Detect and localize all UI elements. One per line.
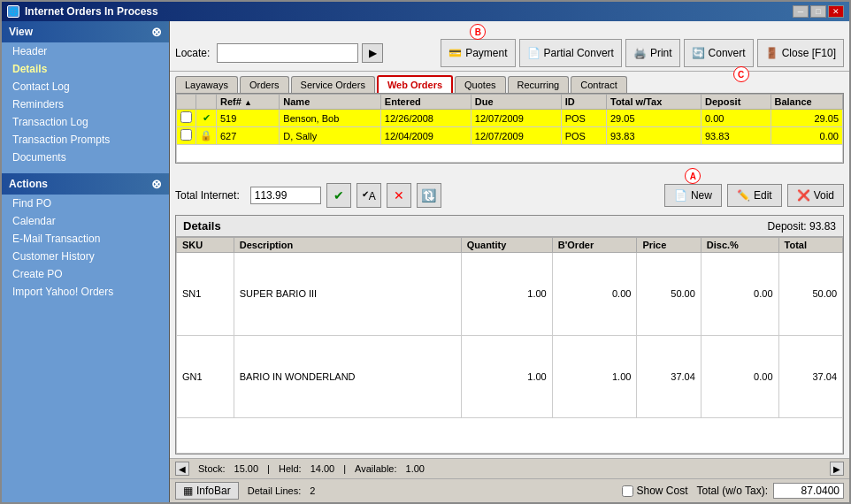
infobar-label: InfoBar bbox=[196, 485, 231, 497]
col-status bbox=[196, 95, 217, 110]
sidebar-item-import-yahoo[interactable]: Import Yahoo! Orders bbox=[2, 283, 169, 301]
partial-convert-label: Partial Convert bbox=[544, 47, 614, 59]
detail-description: SUPER BARIO III bbox=[234, 253, 461, 336]
row-checkbox[interactable] bbox=[177, 127, 196, 145]
col-ref: Ref# ▲ bbox=[217, 95, 280, 110]
orders-table-area: Ref# ▲ Name Entered Due ID Total w/Tax D… bbox=[175, 93, 844, 164]
sidebar-item-find-po[interactable]: Find PO bbox=[2, 195, 169, 212]
col-total: Total w/Tax bbox=[606, 95, 701, 110]
print-button[interactable]: 🖨️ Print bbox=[625, 39, 680, 67]
sidebar-item-calendar[interactable]: Calendar bbox=[2, 212, 169, 230]
sidebar-item-create-po[interactable]: Create PO bbox=[2, 265, 169, 283]
maximize-button[interactable]: □ bbox=[810, 5, 826, 18]
row-name: D, Sally bbox=[280, 127, 381, 145]
sidebar-item-transaction-prompts[interactable]: Transaction Prompts bbox=[2, 131, 169, 149]
tab-recurring[interactable]: Recurring bbox=[508, 76, 570, 93]
col-entered: Entered bbox=[380, 95, 471, 110]
main-window: 🌐 Internet Orders In Process ─ □ ✕ View … bbox=[0, 0, 851, 504]
table-row[interactable]: 🔒 627 D, Sally 12/04/2009 12/07/2009 POS… bbox=[177, 127, 843, 145]
detail-row[interactable]: SN1 SUPER BARIO III 1.00 0.00 50.00 0.00… bbox=[177, 253, 843, 336]
bottom-nav-bar: ◀ Stock: 15.00 | Held: 14.00 | Available… bbox=[170, 458, 849, 478]
actions-collapse-icon[interactable]: ⊗ bbox=[151, 177, 162, 191]
detail-total: 50.00 bbox=[778, 253, 842, 336]
details-header: Details Deposit: 93.83 bbox=[176, 216, 843, 237]
sidebar-item-contact-log[interactable]: Contact Log bbox=[2, 78, 169, 95]
tab-contract[interactable]: Contract bbox=[571, 76, 627, 93]
check-icon-btn[interactable]: ✔ bbox=[326, 183, 351, 208]
sidebar-item-customer-history[interactable]: Customer History bbox=[2, 248, 169, 265]
tab-layaways[interactable]: Layaways bbox=[175, 76, 238, 93]
col-disc: Disc.% bbox=[701, 238, 778, 253]
tab-orders[interactable]: Orders bbox=[240, 76, 289, 93]
partial-convert-button[interactable]: 📄 Partial Convert bbox=[519, 39, 622, 67]
infobar-icon: ▦ bbox=[183, 485, 193, 497]
available-separator: | bbox=[343, 463, 346, 474]
minimize-button[interactable]: ─ bbox=[793, 5, 809, 18]
sidebar-item-email-transaction[interactable]: E-Mail Transaction bbox=[2, 230, 169, 248]
cancel-icon-btn[interactable]: ✕ bbox=[387, 183, 411, 208]
scroll-right-button[interactable]: ▶ bbox=[830, 462, 844, 476]
sidebar-item-reminders[interactable]: Reminders bbox=[2, 95, 169, 113]
row-entered: 12/26/2008 bbox=[380, 110, 471, 127]
stock-label: Stock: bbox=[198, 463, 226, 474]
total-notax-input bbox=[773, 483, 844, 499]
row-balance: 0.00 bbox=[770, 127, 843, 145]
convert-button[interactable]: 🔄 Convert bbox=[684, 39, 754, 67]
tab-quotes[interactable]: Quotes bbox=[455, 76, 505, 93]
tab-web-orders[interactable]: Web Orders bbox=[377, 75, 453, 93]
row-ref: 519 bbox=[217, 110, 280, 127]
held-label: Held: bbox=[279, 463, 302, 474]
refresh-icon-btn[interactable]: 🔃 bbox=[417, 183, 441, 208]
available-value: 1.00 bbox=[406, 463, 425, 474]
partial-convert-icon: 📄 bbox=[527, 47, 540, 59]
edit-button[interactable]: ✏️ Edit bbox=[727, 184, 782, 207]
details-table: SKU Description Quantity B'Order Price D… bbox=[176, 237, 843, 454]
close-icon: 🚪 bbox=[765, 47, 778, 59]
actions-section-header: Actions ⊗ bbox=[2, 173, 169, 195]
new-button[interactable]: 📄 New bbox=[664, 184, 722, 207]
total-label: Total Internet: bbox=[175, 189, 240, 202]
row-due: 12/07/2009 bbox=[471, 110, 561, 127]
detail-row-empty bbox=[177, 418, 843, 454]
view-section-header: View ⊗ bbox=[2, 21, 169, 42]
sidebar-item-documents[interactable]: Documents bbox=[2, 149, 169, 166]
view-collapse-icon[interactable]: ⊗ bbox=[151, 25, 162, 39]
payment-button[interactable]: 💳 Payment bbox=[441, 39, 515, 67]
sidebar-item-details[interactable]: Details bbox=[2, 60, 169, 78]
detail-border: 1.00 bbox=[552, 335, 637, 418]
held-separator: | bbox=[267, 463, 270, 474]
row-status-icon: ✔ bbox=[196, 110, 217, 127]
tab-service-orders[interactable]: Service Orders bbox=[291, 76, 375, 93]
locate-input[interactable] bbox=[217, 43, 358, 63]
detail-row[interactable]: GN1 BARIO IN WONDERLAND 1.00 1.00 37.04 … bbox=[177, 335, 843, 418]
convert-label: Convert bbox=[709, 47, 746, 59]
scroll-left-button[interactable]: ◀ bbox=[175, 462, 189, 476]
deposit-label: Deposit: bbox=[768, 220, 807, 233]
table-row[interactable]: ✔ 519 Benson, Bob 12/26/2008 12/07/2009 … bbox=[177, 110, 843, 127]
col-total: Total bbox=[778, 238, 842, 253]
table-actions: Total Internet: ✔ ✔A ✕ 🔃 📄 New ✏️ E bbox=[170, 164, 849, 211]
print-icon: 🖨️ bbox=[633, 47, 647, 59]
row-checkbox[interactable] bbox=[177, 110, 196, 127]
close-button[interactable]: 🚪 Close [F10] bbox=[757, 39, 844, 67]
print-label: Print bbox=[650, 47, 672, 59]
check-a-icon-btn[interactable]: ✔A bbox=[356, 183, 381, 208]
void-button[interactable]: ❌ Void bbox=[787, 184, 844, 207]
show-cost-checkbox[interactable]: Show Cost bbox=[622, 485, 687, 497]
sidebar-item-transaction-log[interactable]: Transaction Log bbox=[2, 113, 169, 131]
close-window-button[interactable]: ✕ bbox=[828, 5, 844, 18]
sidebar-item-header[interactable]: Header bbox=[2, 42, 169, 60]
status-bar: ▦ InfoBar Detail Lines: 2 Show Cost Tota… bbox=[170, 478, 849, 502]
show-cost-label: Show Cost bbox=[636, 485, 687, 497]
main-content: View ⊗ Header Details Contact Log Remind… bbox=[2, 21, 849, 502]
locate-go-button[interactable]: ▶ bbox=[362, 43, 383, 63]
col-price: Price bbox=[637, 238, 701, 253]
table-row-empty bbox=[177, 145, 843, 163]
payment-label: Payment bbox=[465, 47, 507, 59]
col-id: ID bbox=[561, 95, 606, 110]
total-notax-label: Total (w/o Tax): bbox=[697, 485, 768, 497]
infobar-button[interactable]: ▦ InfoBar bbox=[175, 482, 239, 500]
show-cost-input[interactable] bbox=[622, 485, 633, 497]
detail-sku: GN1 bbox=[177, 335, 234, 418]
title-bar: 🌐 Internet Orders In Process ─ □ ✕ bbox=[2, 2, 849, 21]
